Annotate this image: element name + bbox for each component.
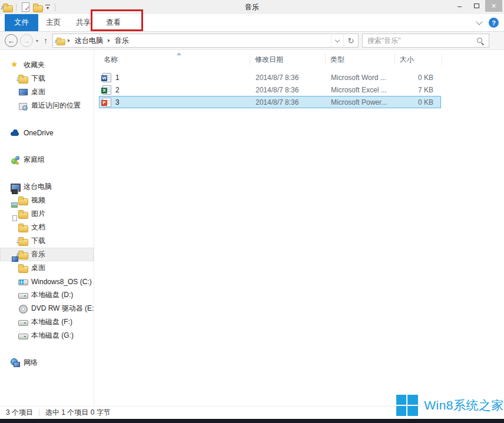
local-disk-icon	[18, 331, 28, 341]
sidebar-item-documents[interactable]: 文档	[0, 221, 94, 234]
sidebar-item-fav-desktop[interactable]: 桌面	[0, 85, 94, 99]
tab-file[interactable]: 文件	[5, 14, 38, 31]
star-icon	[11, 61, 20, 70]
excel-file-icon	[102, 85, 111, 95]
breadcrumb-arrow-icon	[68, 39, 70, 42]
sidebar-item-label: OneDrive	[24, 129, 54, 137]
column-header-date[interactable]: 修改日期	[250, 54, 326, 65]
file-date: 2014/8/7 8:36	[251, 86, 326, 94]
sidebar-item-desktop[interactable]: 桌面	[0, 261, 94, 275]
file-row-excel[interactable]: 2 2014/8/7 8:36 Microsoft Excel ... 7 KB	[99, 84, 441, 96]
column-header-type[interactable]: 类型	[326, 54, 395, 65]
maximize-icon	[474, 4, 479, 8]
sidebar-item-label: 文档	[31, 222, 45, 232]
address-bar[interactable]: 这台电脑 音乐 ↻	[52, 34, 359, 48]
local-disk-icon	[18, 291, 28, 300]
address-dropdown-button[interactable]	[331, 34, 343, 47]
sidebar-item-homegroup[interactable]: 家庭组	[0, 153, 94, 166]
back-button[interactable]: ←	[5, 34, 18, 47]
file-date: 2014/8/7 8:36	[251, 74, 326, 82]
documents-folder-icon	[18, 223, 28, 232]
new-folder-icon[interactable]	[33, 3, 42, 12]
column-header-label: 大小	[400, 55, 414, 64]
breadcrumb-arrow-icon	[108, 39, 110, 42]
tab-view[interactable]: 查看	[98, 14, 128, 31]
file-type: Microsoft Power...	[326, 98, 396, 106]
breadcrumb-music[interactable]: 音乐	[113, 36, 131, 46]
explorer-window: ▾ 音乐 – × 文件 主页 共享 查看 ? ← → ▾ ↑	[0, 0, 504, 423]
maximize-button[interactable]	[468, 0, 485, 12]
help-icon[interactable]: ?	[489, 18, 499, 28]
sidebar-item-label: 网络	[24, 358, 38, 368]
onedrive-cloud-icon	[11, 128, 20, 138]
chevron-down-icon	[335, 38, 340, 42]
powerpoint-file-icon	[102, 98, 111, 107]
window-music-folder-icon	[3, 3, 12, 12]
collapse-ribbon-icon[interactable]	[476, 18, 482, 25]
main-area: 收藏夹 下载 桌面 最近访问的位置 OneDrive 家庭组	[0, 50, 504, 406]
file-row-word[interactable]: 1 2014/8/7 8:36 Microsoft Word ... 0 KB	[99, 71, 441, 84]
sort-ascending-icon	[177, 52, 181, 55]
status-items-count: 3 个项目	[6, 408, 33, 418]
sidebar-item-label: 收藏夹	[24, 60, 45, 70]
desktop-monitor-icon	[18, 88, 28, 97]
sidebar-item-drive-d[interactable]: 本地磁盘 (D:)	[0, 288, 94, 302]
close-button[interactable]: ×	[485, 0, 502, 12]
sidebar-item-label: 下载	[31, 74, 45, 84]
tab-home[interactable]: 主页	[38, 14, 68, 31]
sidebar-item-label: 家庭组	[24, 155, 45, 165]
status-selection-info: 选中 1 个项目 0 字节	[45, 408, 111, 418]
sidebar-item-label: Windows8_OS (C:)	[31, 278, 92, 286]
column-header-label: 类型	[330, 55, 344, 64]
tab-share[interactable]: 共享	[68, 14, 98, 31]
homegroup-icon	[11, 155, 20, 165]
file-name: 2	[115, 86, 120, 94]
sidebar-item-label: 音乐	[31, 249, 45, 259]
file-rows: 1 2014/8/7 8:36 Microsoft Word ... 0 KB …	[99, 71, 504, 108]
column-header-name[interactable]: 名称	[99, 54, 250, 65]
network-icon	[11, 358, 20, 368]
file-name-cell: 2	[100, 85, 251, 95]
sidebar-item-drive-c[interactable]: Windows8_OS (C:)	[0, 275, 94, 288]
bottom-strip	[0, 419, 504, 423]
system-drive-icon	[18, 277, 28, 287]
sidebar-item-network[interactable]: 网络	[0, 356, 94, 369]
refresh-button[interactable]: ↻	[343, 34, 358, 47]
pictures-folder-icon	[18, 209, 28, 219]
file-row-powerpoint-selected[interactable]: 3 2014/8/7 8:36 Microsoft Power... 0 KB	[99, 96, 441, 108]
word-file-icon	[102, 73, 111, 82]
sidebar-item-drive-g[interactable]: 本地磁盘 (G:)	[0, 329, 94, 342]
sidebar-item-drive-f[interactable]: 本地磁盘 (F:)	[0, 315, 94, 329]
sidebar-item-favorites[interactable]: 收藏夹	[0, 58, 94, 72]
breadcrumb-this-pc[interactable]: 这台电脑	[73, 36, 105, 46]
properties-icon[interactable]	[21, 2, 30, 12]
local-disk-icon	[18, 318, 28, 327]
sidebar-item-label: 本地磁盘 (G:)	[31, 331, 74, 341]
file-size: 0 KB	[396, 98, 437, 106]
file-type: Microsoft Excel ...	[326, 86, 396, 94]
sidebar-item-recent-places[interactable]: 最近访问的位置	[0, 99, 94, 112]
window-controls: – ×	[451, 0, 502, 12]
up-button[interactable]: ↑	[44, 36, 48, 45]
navigation-pane: 收藏夹 下载 桌面 最近访问的位置 OneDrive 家庭组	[0, 50, 94, 406]
sidebar-item-dvd-drive-e[interactable]: DVD RW 驱动器 (E:)	[0, 302, 94, 315]
sidebar-item-onedrive[interactable]: OneDrive	[0, 126, 94, 139]
sidebar-item-fav-downloads[interactable]: 下载	[0, 72, 94, 85]
recent-locations-dropdown-icon[interactable]: ▾	[36, 38, 38, 44]
file-name-cell: 1	[100, 73, 251, 82]
sidebar-item-label: 最近访问的位置	[31, 101, 81, 111]
ribbon-tab-bar: 文件 主页 共享 查看 ?	[0, 14, 504, 32]
column-header-size[interactable]: 大小	[395, 54, 442, 65]
sidebar-item-label: DVD RW 驱动器 (E:)	[31, 304, 94, 314]
file-name: 3	[115, 98, 120, 106]
downloads-folder-icon	[18, 74, 28, 84]
search-input[interactable]	[363, 34, 489, 47]
toolbar-separator	[16, 4, 16, 11]
minimize-button[interactable]: –	[451, 0, 468, 12]
customize-toolbar-dropdown-icon[interactable]: ▾	[45, 4, 51, 11]
sidebar-item-downloads[interactable]: 下载	[0, 234, 94, 248]
forward-button[interactable]: →	[20, 34, 33, 47]
sidebar-item-label: 这台电脑	[24, 182, 52, 192]
column-header-label: 修改日期	[255, 55, 283, 64]
navigation-bar: ← → ▾ ↑ 这台电脑 音乐 ↻	[0, 32, 504, 50]
